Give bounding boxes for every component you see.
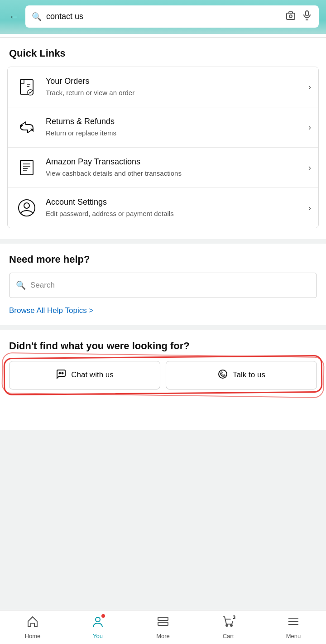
orders-text: Your Orders Track, return or view an ord…	[46, 77, 301, 97]
header: ← 🔍 contact us	[0, 0, 326, 34]
menu-icon	[287, 615, 300, 631]
help-title: Need more help?	[9, 254, 317, 265]
account-title: Account Settings	[46, 197, 301, 207]
search-bar[interactable]: 🔍 contact us	[25, 5, 319, 28]
svg-rect-17	[158, 617, 168, 620]
svg-rect-2	[306, 11, 308, 16]
help-search-icon: 🔍	[16, 280, 26, 290]
menu-label: Menu	[286, 633, 301, 639]
home-label: Home	[25, 633, 41, 639]
camera-icon[interactable]	[285, 10, 296, 23]
quick-links-list: Your Orders Track, return or view an ord…	[7, 67, 319, 228]
nav-you[interactable]: You	[65, 610, 130, 644]
more-label: More	[156, 633, 170, 639]
svg-point-15	[219, 370, 227, 378]
account-icon	[15, 196, 38, 220]
svg-point-12	[24, 203, 29, 208]
svg-point-14	[62, 372, 63, 374]
nav-home[interactable]: Home	[0, 610, 65, 644]
chat-label: Chat with us	[71, 370, 114, 380]
cart-icon: 3	[222, 615, 235, 631]
pay-icon	[15, 156, 38, 179]
svg-point-1	[289, 15, 292, 18]
quick-link-returns[interactable]: Returns & Refunds Return or replace item…	[8, 107, 318, 148]
you-dot	[101, 614, 105, 618]
orders-icon	[15, 75, 38, 99]
browse-all-link[interactable]: Browse All Help Topics >	[9, 306, 317, 325]
help-search-placeholder: Search	[30, 281, 55, 290]
svg-point-16	[96, 617, 100, 622]
you-icon	[91, 615, 104, 631]
main-content: Quick Links Your Orders Track, r	[0, 38, 326, 430]
more-icon	[157, 615, 169, 631]
account-text: Account Settings Edit password, address …	[46, 197, 301, 218]
cart-label: Cart	[223, 633, 234, 639]
orders-chevron: ›	[308, 82, 311, 92]
help-search-box[interactable]: 🔍 Search	[9, 273, 317, 298]
quick-link-pay[interactable]: Amazon Pay Transactions View cashback de…	[8, 148, 318, 188]
nav-cart[interactable]: 3 Cart	[196, 610, 261, 644]
back-button[interactable]: ←	[7, 9, 21, 24]
not-found-section: Didn't find what you were looking for? C…	[0, 330, 326, 389]
orders-title: Your Orders	[46, 77, 301, 86]
pay-subtitle: View cashback details and other transact…	[46, 168, 301, 178]
section-separator-2	[0, 325, 326, 330]
scroll-hint	[0, 34, 326, 38]
svg-rect-18	[158, 622, 168, 625]
phone-icon	[217, 369, 228, 382]
nav-menu[interactable]: Menu	[261, 610, 326, 644]
talk-label: Talk to us	[233, 370, 265, 380]
talk-button[interactable]: Talk to us	[166, 361, 317, 389]
svg-point-13	[59, 372, 61, 374]
mic-icon[interactable]	[302, 10, 312, 23]
chat-icon	[56, 369, 67, 382]
quick-links-title: Quick Links	[0, 38, 326, 67]
svg-rect-0	[287, 13, 295, 19]
quick-link-account[interactable]: Account Settings Edit password, address …	[8, 188, 318, 228]
bottom-nav: Home You More 3 Car	[0, 610, 326, 644]
contact-buttons: Chat with us Talk to us	[9, 361, 317, 389]
pay-title: Amazon Pay Transactions	[46, 157, 301, 167]
svg-point-19	[226, 625, 228, 626]
orders-subtitle: Track, return or view an order	[46, 88, 301, 97]
you-label: You	[93, 633, 103, 639]
search-actions	[285, 10, 312, 23]
cart-badge: 3	[230, 613, 238, 621]
home-icon	[26, 615, 39, 631]
returns-chevron: ›	[308, 123, 311, 132]
returns-text: Returns & Refunds Return or replace item…	[46, 117, 301, 138]
account-subtitle: Edit password, address or payment detail…	[46, 209, 301, 218]
search-icon: 🔍	[32, 12, 42, 22]
chat-button[interactable]: Chat with us	[9, 361, 160, 389]
bottom-spacer	[0, 389, 326, 430]
help-section: Need more help? 🔍 Search Browse All Help…	[0, 244, 326, 325]
returns-subtitle: Return or replace items	[46, 128, 301, 138]
returns-icon	[15, 115, 38, 139]
section-separator-1	[0, 239, 326, 244]
quick-links-section: Quick Links Your Orders Track, r	[0, 38, 326, 228]
returns-title: Returns & Refunds	[46, 117, 301, 126]
account-chevron: ›	[308, 203, 311, 213]
search-text: contact us	[46, 12, 281, 21]
svg-rect-6	[20, 160, 33, 175]
not-found-title: Didn't find what you were looking for?	[9, 340, 317, 353]
quick-link-orders[interactable]: Your Orders Track, return or view an ord…	[8, 67, 318, 107]
pay-text: Amazon Pay Transactions View cashback de…	[46, 157, 301, 178]
svg-point-20	[230, 625, 232, 626]
nav-more[interactable]: More	[130, 610, 196, 644]
pay-chevron: ›	[308, 163, 311, 173]
